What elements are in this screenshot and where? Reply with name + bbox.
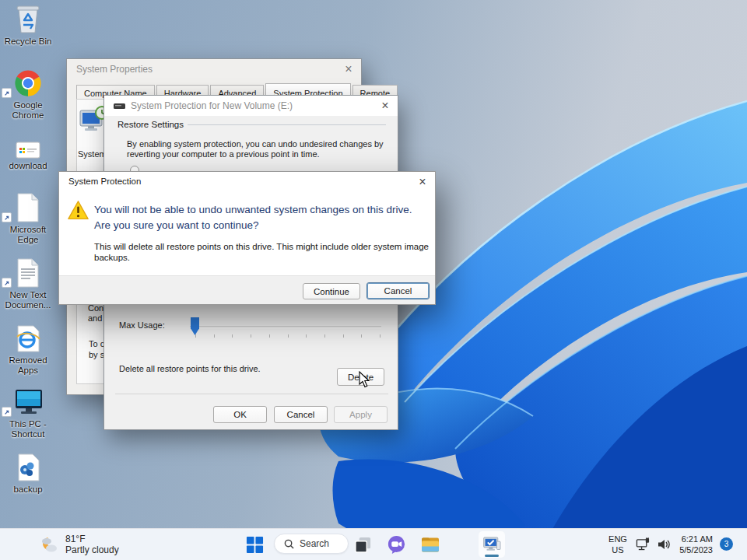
max-usage-slider-track[interactable] — [190, 326, 381, 328]
warning-detail-line1: This will delete all restore points on t… — [94, 241, 429, 252]
warning-icon — [67, 200, 89, 221]
partly-cloudy-icon — [39, 534, 61, 555]
desktop-icon-recycle-bin[interactable]: Recycle Bin — [0, 3, 56, 47]
search-placeholder: Search — [300, 538, 329, 549]
shortcut-arrow-icon — [2, 212, 12, 222]
shortcut-arrow-icon — [2, 407, 12, 417]
footer-divider — [115, 394, 388, 394]
close-icon[interactable]: × — [336, 59, 361, 79]
removed-apps-icon — [0, 322, 56, 353]
restore-text-line2: reverting your computer to a previous po… — [127, 149, 320, 159]
shortcut-arrow-icon — [2, 88, 12, 98]
task-view-button[interactable] — [354, 536, 372, 554]
dialog-title: System Protection — [68, 177, 141, 186]
desktop-icon-new-text-document[interactable]: New Text Documen... — [0, 257, 56, 310]
cancel-button[interactable]: Cancel — [274, 406, 328, 423]
taskbar: 81°F Partly cloudy Search — [0, 528, 747, 560]
warning-main-text: You will not be able to undo unwanted sy… — [94, 202, 429, 233]
weather-temp: 81°F — [65, 534, 85, 544]
start-button[interactable] — [246, 536, 264, 554]
system-protection-app-icon — [482, 534, 502, 555]
desktop-icon-microsoft-edge[interactable]: Microsoft Edge — [0, 191, 56, 245]
clock[interactable]: 6:21 AM 5/5/2023 — [669, 534, 713, 555]
language-line2: US — [606, 544, 630, 555]
search-icon — [284, 539, 294, 549]
restore-text-line1: By enabling system protection, you can u… — [127, 139, 384, 149]
download-file-icon — [0, 138, 56, 159]
close-icon[interactable]: × — [373, 96, 398, 115]
file-explorer-button[interactable] — [420, 535, 440, 555]
dialog-title: System Protection for New Volume (E:) — [131, 100, 293, 111]
icon-label: Recycle Bin — [0, 37, 56, 47]
tray-time: 6:21 AM — [669, 534, 713, 544]
icon-label: Microsoft Edge — [0, 225, 56, 245]
group-divider — [188, 124, 386, 125]
tray-date: 5/5/2023 — [669, 544, 713, 555]
shortcut-arrow-icon — [2, 278, 12, 288]
edge-shortcut-icon — [0, 191, 56, 222]
warning-dialog: System Protection × You will not be able… — [58, 171, 436, 305]
notification-badge[interactable]: 3 — [720, 537, 733, 551]
ok-button[interactable]: OK — [213, 406, 267, 423]
this-pc-icon — [0, 386, 56, 417]
cancel-button[interactable]: Cancel — [366, 282, 430, 299]
window-title: System Properties — [76, 64, 153, 75]
mouse-cursor — [359, 371, 371, 388]
max-usage-label: Max Usage: — [119, 320, 165, 330]
weather-condition: Partly cloudy — [65, 544, 119, 555]
weather-widget[interactable]: 81°F Partly cloudy — [34, 529, 159, 560]
icon-label: New Text Documen... — [0, 290, 56, 310]
language-indicator[interactable]: ENG US — [606, 534, 630, 555]
desktop-icon-download[interactable]: download — [0, 138, 56, 171]
icon-label: download — [0, 161, 56, 171]
recycle-bin-icon — [0, 3, 56, 34]
warning-detail-line2: backups. — [94, 252, 130, 263]
system-properties-titlebar[interactable]: System Properties × — [67, 59, 361, 79]
max-usage-slider-thumb[interactable] — [191, 317, 199, 335]
running-indicator — [485, 555, 499, 557]
icon-label: Removed Apps — [0, 355, 56, 376]
restore-settings-group-label: Restore Settings — [117, 120, 184, 129]
network-icon[interactable] — [636, 537, 651, 551]
chrome-icon — [0, 67, 56, 98]
chat-button[interactable] — [387, 535, 406, 555]
continue-button[interactable]: Continue — [303, 283, 360, 299]
icon-label: This PC - Shortcut — [0, 419, 56, 439]
drive-icon — [114, 103, 125, 110]
desktop-icon-removed-apps[interactable]: Removed Apps — [0, 322, 56, 376]
backup-file-icon — [0, 451, 56, 482]
notification-count: 3 — [724, 540, 729, 548]
apply-button[interactable]: Apply — [334, 406, 388, 423]
language-line1: ENG — [606, 534, 630, 544]
search-input[interactable]: Search — [274, 534, 349, 554]
icon-label: Google Chrome — [0, 100, 56, 121]
desktop: Recycle Bin Google Chrome — [0, 0, 747, 560]
desktop-icon-backup[interactable]: backup — [0, 451, 56, 495]
warning-dialog-titlebar[interactable]: System Protection × — [59, 172, 435, 191]
system-protection-app-button[interactable] — [479, 531, 505, 558]
volume-dialog-titlebar[interactable]: System Protection for New Volume (E:) × — [104, 96, 398, 116]
close-icon[interactable]: × — [410, 172, 435, 191]
system-label-fragment: System — [78, 149, 107, 159]
icon-label: backup — [0, 485, 56, 495]
desktop-icon-google-chrome[interactable]: Google Chrome — [0, 67, 56, 121]
slider-tick-marks — [195, 334, 382, 338]
delete-restore-points-text: Delete all restore points for this drive… — [119, 364, 261, 373]
text-document-icon — [0, 257, 56, 288]
desktop-icon-this-pc-shortcut[interactable]: This PC - Shortcut — [0, 386, 56, 439]
